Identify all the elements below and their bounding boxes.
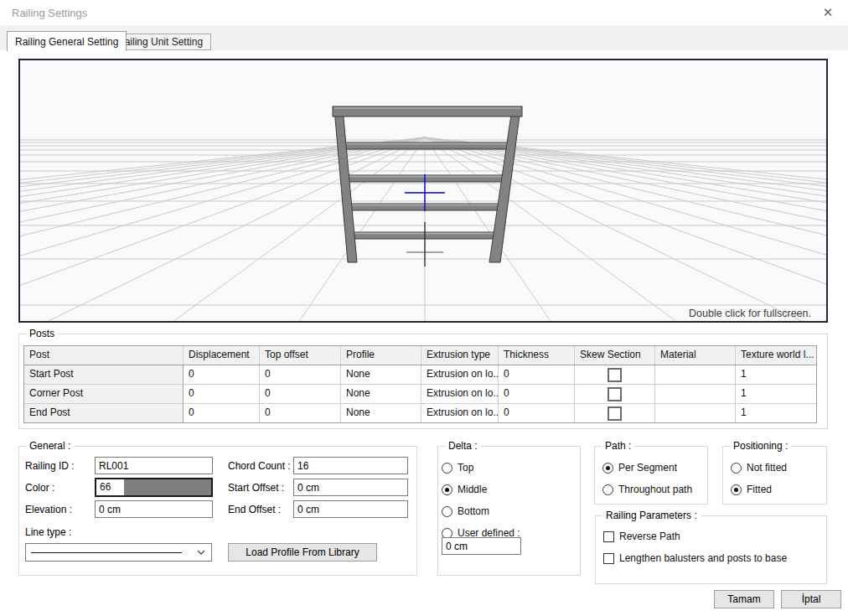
preview-3d-viewport[interactable]: Double click for fullscreen. <box>18 59 828 323</box>
skew-section-cell <box>575 365 655 384</box>
checkbox-label: Lengthen balusters and posts to base <box>619 552 787 564</box>
positioning-group-label: Positioning : <box>730 440 791 452</box>
color-picker[interactable]: 66 <box>95 478 213 497</box>
table-cell-extrusion_type[interactable]: Extrusion on lo... <box>421 385 499 403</box>
close-icon[interactable]: ✕ <box>820 4 836 21</box>
table-header-row: PostDisplacementTop offsetProfileExtrusi… <box>24 346 816 365</box>
titlebar: Railing Settings ✕ <box>0 0 848 25</box>
column-header-texture-world-l[interactable]: Texture world l... <box>736 346 816 365</box>
column-header-displacement[interactable]: Displacement <box>184 346 260 365</box>
row-header-cell: Start Post <box>24 365 184 384</box>
radio-not-fitted[interactable]: Not fitted <box>731 457 787 479</box>
row-header-cell: Corner Post <box>24 385 184 403</box>
radio-bottom[interactable]: Bottom <box>442 500 520 522</box>
railing-parameters-group-label: Railing Parameters : <box>602 510 701 521</box>
radio-label: Top <box>458 462 473 474</box>
radio-fitted[interactable]: Fitted <box>731 479 787 500</box>
table-cell-material[interactable] <box>655 404 736 422</box>
column-header-profile[interactable]: Profile <box>341 346 421 365</box>
checkbox-label: Reverse Path <box>619 531 680 542</box>
radio-top[interactable]: Top <box>442 457 520 479</box>
table-cell-profile[interactable]: None <box>341 404 421 422</box>
checkbox-lengthen-balusters-and-posts-to-base[interactable]: Lengthen balusters and posts to base <box>603 547 787 569</box>
table-cell-top_offset[interactable]: 0 <box>260 385 341 403</box>
column-header-material[interactable]: Material <box>655 346 736 365</box>
posts-table: PostDisplacementTop offsetProfileExtrusi… <box>23 345 817 423</box>
tab-railing-general-setting[interactable]: Railing General Setting <box>7 31 127 51</box>
general-group-label: General : <box>26 440 74 452</box>
railing-parameters-check-group: Reverse PathLengthen balusters and posts… <box>603 525 787 569</box>
radio-icon <box>602 463 613 474</box>
table-cell-displacement[interactable]: 0 <box>184 385 260 403</box>
chord-count-label: Chord Count : <box>228 460 291 472</box>
skew-section-cell <box>575 404 655 422</box>
column-header-extrusion-type[interactable]: Extrusion type <box>421 346 499 365</box>
skew-section-checkbox[interactable] <box>608 368 622 382</box>
radio-per-segment[interactable]: Per Segment <box>602 457 692 479</box>
tab-page-general: Double click for fullscreen. Posts PostD… <box>0 50 848 616</box>
table-cell-thickness[interactable]: 0 <box>499 365 575 384</box>
end-offset-input[interactable] <box>293 500 408 518</box>
table-cell-material[interactable] <box>655 365 736 384</box>
chord-count-input[interactable] <box>293 457 408 474</box>
cancel-button[interactable]: İptal <box>781 590 841 608</box>
railing-id-label: Railing ID : <box>25 460 75 472</box>
radio-label: Not fitted <box>747 462 787 474</box>
table-cell-texture_world[interactable]: 1 <box>736 385 816 403</box>
checkbox-icon <box>603 531 614 542</box>
table-cell-material[interactable] <box>655 385 736 403</box>
elevation-input[interactable] <box>95 500 213 518</box>
radio-throughout-path[interactable]: Throughout path <box>602 479 692 500</box>
tabstrip: Railing General Setting Railing Unit Set… <box>0 25 848 50</box>
table-cell-texture_world[interactable]: 1 <box>736 404 816 422</box>
path-group-label: Path : <box>602 440 634 452</box>
skew-section-checkbox[interactable] <box>608 406 622 421</box>
tab-label: Railing Unit Setting <box>117 36 203 48</box>
color-swatch[interactable] <box>124 479 211 495</box>
color-value: 66 <box>96 479 124 495</box>
start-offset-label: Start Offset : <box>228 482 284 494</box>
table-cell-displacement[interactable]: 0 <box>184 404 260 422</box>
start-offset-input[interactable] <box>293 479 408 496</box>
radio-icon <box>442 484 452 495</box>
fullscreen-hint: Double click for fullscreen. <box>689 308 811 319</box>
table-cell-top_offset[interactable]: 0 <box>260 404 341 422</box>
skew-section-checkbox[interactable] <box>608 387 622 401</box>
table-cell-profile[interactable]: None <box>341 385 421 403</box>
radio-label: Fitted <box>747 484 772 495</box>
column-header-top-offset[interactable]: Top offset <box>260 346 341 365</box>
checkbox-reverse-path[interactable]: Reverse Path <box>603 525 787 547</box>
table-cell-profile[interactable]: None <box>341 365 421 384</box>
table-cell-texture_world[interactable]: 1 <box>736 365 816 384</box>
load-profile-button[interactable]: Load Profile From Library <box>228 543 377 562</box>
radio-label: Middle <box>458 484 487 495</box>
ok-button[interactable]: Tamam <box>714 590 774 608</box>
radio-middle[interactable]: Middle <box>442 479 520 500</box>
table-cell-extrusion_type[interactable]: Extrusion on lo... <box>421 404 499 422</box>
tab-label: Railing General Setting <box>15 36 118 48</box>
checkbox-icon <box>603 553 614 564</box>
table-cell-displacement[interactable]: 0 <box>184 365 260 384</box>
table-cell-extrusion_type[interactable]: Extrusion on lo... <box>421 365 499 384</box>
posts-group-label: Posts <box>26 328 58 339</box>
radio-icon <box>731 463 742 474</box>
perspective-grid <box>20 137 826 321</box>
table-cell-thickness[interactable]: 0 <box>499 404 575 422</box>
delta-user-defined-input[interactable] <box>442 537 521 555</box>
radio-icon <box>731 484 742 495</box>
radio-icon <box>442 463 452 474</box>
railing-settings-dialog: Railing Settings ✕ Railing General Setti… <box>0 0 848 616</box>
radio-icon <box>442 506 452 517</box>
table-cell-top_offset[interactable]: 0 <box>260 365 341 384</box>
delta-radio-group: TopMiddleBottomUser defined : <box>442 457 520 544</box>
table-cell-thickness[interactable]: 0 <box>499 385 575 403</box>
column-header-thickness[interactable]: Thickness <box>499 346 575 365</box>
column-header-skew-section[interactable]: Skew Section <box>575 346 655 365</box>
window-title: Railing Settings <box>12 7 87 19</box>
line-type-dropdown[interactable] <box>25 543 212 562</box>
column-header-post[interactable]: Post <box>24 346 184 365</box>
radio-label: Bottom <box>458 505 489 517</box>
positioning-radio-group: Not fittedFitted <box>731 457 787 500</box>
color-label: Color : <box>25 482 54 494</box>
railing-id-input[interactable] <box>95 457 213 474</box>
